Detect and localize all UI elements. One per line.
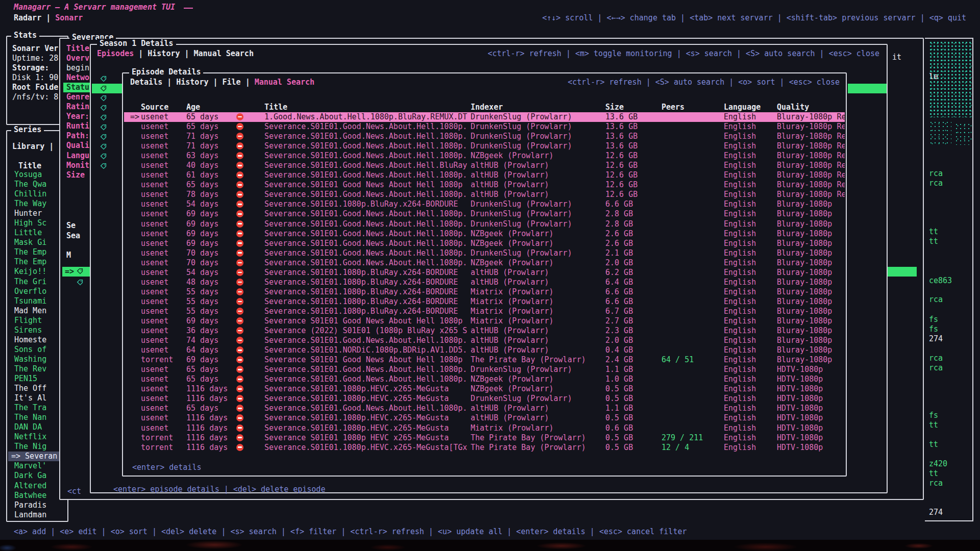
series-list-item[interactable]: Keijo!! [8, 267, 66, 277]
series-list-item[interactable]: Mask Gi [8, 238, 66, 247]
release-row[interactable]: usenet1116 daysSeverance.S01E01.1080p.HE… [124, 413, 845, 423]
series-list-item[interactable]: The Rev [8, 364, 66, 374]
rejected-icon [236, 394, 264, 404]
release-row[interactable]: torrent1116 daysSeverance.S01E01.1080p.H… [124, 443, 845, 453]
episode-tab-history[interactable]: History [176, 78, 208, 87]
episode-monitor-toggle-icon[interactable] [92, 103, 122, 113]
cell-quality: Bluray-1080p Re [777, 170, 845, 180]
release-row[interactable]: usenet65 daysSeverance.S01E01.Good.News.… [124, 404, 845, 413]
release-row[interactable]: usenet74 daysSeverance.S01E01.Good.News.… [124, 336, 845, 345]
cell-size: 13.6 GB [605, 141, 662, 151]
release-row[interactable]: usenet48 daysSeverance.S01E01.1080p.BluR… [124, 278, 845, 287]
series-list-item[interactable]: Hunter [8, 209, 66, 218]
series-list-item[interactable]: Homeste [8, 335, 66, 345]
episode-monitor-toggle-icon[interactable] [92, 161, 122, 171]
release-row[interactable]: usenet63 daysSeverance.S01E01.Good.News.… [124, 151, 845, 161]
series-list-item[interactable]: PEN15 [8, 374, 66, 384]
release-row[interactable]: usenet78 daysSeverance.S01E01.Good.News.… [124, 190, 845, 199]
episode-monitor-toggle-icon[interactable] [92, 93, 122, 103]
release-row[interactable]: usenet65 daysSeverance.S01E01.Good.News.… [124, 365, 845, 374]
release-row[interactable]: usenet1116 daysSeverance.S01E01.1080p.HE… [124, 423, 845, 433]
series-list-item[interactable]: Dark Ga [8, 471, 66, 481]
rejected-icon [236, 336, 264, 345]
series-list-item[interactable]: The Nig [8, 442, 66, 452]
series-list-item[interactable]: => Severan [8, 452, 66, 461]
cell-age: 1116 days [186, 443, 236, 453]
episode-monitor-toggle-icon[interactable] [92, 122, 122, 132]
series-list-item[interactable]: DAN DA [8, 422, 66, 432]
series-list-item[interactable]: Yosuga [8, 170, 66, 180]
series-list-item[interactable]: High Sc [8, 218, 66, 228]
release-row[interactable]: usenet55 daysSeverance.S01E01.1080p.BluR… [124, 287, 845, 297]
release-row[interactable]: usenet54 daysSeverance.S01E01.1080p.BluR… [124, 199, 845, 209]
seasons-tabs-fragment[interactable]: Sea [66, 231, 80, 241]
episode-tab-details[interactable]: Details [130, 78, 162, 87]
series-list-item[interactable]: Washing [8, 355, 66, 364]
release-row[interactable]: usenet71 daysSeverance.S01E01.Good.News.… [124, 141, 845, 151]
release-row[interactable]: usenet69 daysSeverance S01E01 Good News … [124, 316, 845, 326]
episode-tab-manual-search[interactable]: Manual Search [255, 78, 314, 87]
series-list-item[interactable]: The Off [8, 384, 66, 393]
release-row[interactable]: usenet70 daysSeverance.S01E01.Good.News.… [124, 258, 845, 268]
series-list-item[interactable]: Tsunami [8, 296, 66, 306]
episode-monitor-toggle-icon[interactable] [92, 84, 122, 93]
episode-monitor-toggle-icon[interactable] [92, 74, 122, 84]
release-row[interactable]: usenet70 daysSeverance.S01E01.Good.News.… [124, 248, 845, 258]
release-row[interactable]: usenet55 daysSeverance.S01E01.1080p.BluR… [124, 307, 845, 316]
release-row[interactable]: torrent69 daysSeverance S01E01 Good News… [124, 355, 845, 365]
series-tabs-fragment[interactable]: Library | [12, 142, 54, 152]
series-list-item[interactable]: Flight [8, 316, 66, 325]
episode-monitor-toggle-icon[interactable] [92, 152, 122, 161]
release-row[interactable]: usenet64 daysSeverance.S01E01.NORDiC.108… [124, 345, 845, 355]
cell-language: English [724, 248, 777, 258]
episode-monitor-toggle-icon[interactable] [92, 142, 122, 152]
release-row[interactable]: usenet71 daysSeverance.S01E01.Good.News.… [124, 132, 845, 141]
release-row[interactable]: usenet40 daysSeverance.S01E01.Good.News.… [124, 161, 845, 170]
release-row[interactable]: usenet69 daysSeverance.S01E01.Good.News.… [124, 229, 845, 239]
episode-monitor-toggle-icon[interactable] [92, 132, 122, 142]
series-list-item[interactable]: The Gri [8, 277, 66, 287]
release-row[interactable]: usenet61 daysSeverance.S01E01.Good.News.… [124, 170, 845, 180]
series-list-item[interactable]: The Emp [8, 257, 66, 267]
series-list-item[interactable]: Landman [8, 510, 66, 520]
release-row[interactable]: torrent1116 daysSeverance S01E01 1080p H… [124, 433, 845, 443]
release-row[interactable]: usenet69 daysSeverance.S01E01.Good.News.… [124, 209, 845, 219]
series-list-item[interactable]: Marvel' [8, 461, 66, 471]
series-list-item[interactable]: The Qwa [8, 180, 66, 189]
servarr-tab-radarr[interactable]: Radarr [14, 13, 41, 23]
series-list-item[interactable]: The Tra [8, 403, 66, 413]
release-row[interactable]: usenet1116 daysSeverance.S01E01.1080p.HE… [124, 394, 845, 404]
episode-tab-file[interactable]: File [223, 78, 241, 87]
season-tab-history[interactable]: History [148, 49, 180, 59]
release-row[interactable]: usenet65 daysSeverance.S01E01.Good.News.… [124, 122, 845, 132]
series-list-item[interactable]: Mad Men [8, 306, 66, 316]
series-list-item[interactable]: Netflix [8, 432, 66, 442]
series-list-item[interactable]: The Emp [8, 247, 66, 257]
series-list-item[interactable]: Little [8, 228, 66, 238]
series-list-item[interactable]: It's Al [8, 393, 66, 403]
series-list-item[interactable]: Chillin [8, 189, 66, 199]
series-list-item[interactable]: The Way [8, 199, 66, 209]
release-row[interactable]: usenet65 daysSeverance.S01E01 Good News … [124, 180, 845, 190]
series-detail-field-label[interactable]: Statu [63, 83, 93, 92]
release-row[interactable]: usenet1116 daysSeverance.S01E01.1080p.HE… [124, 384, 845, 394]
series-list-item[interactable]: Overflo [8, 287, 66, 296]
release-row[interactable]: usenet69 daysSeverance.S01E01.Good.News.… [124, 239, 845, 248]
series-list-item[interactable]: Sirens [8, 325, 66, 335]
servarr-tab-sonarr[interactable]: Sonarr [55, 13, 83, 23]
season-tab-manual-search[interactable]: Manual Search [194, 49, 254, 59]
release-row[interactable]: usenet69 daysSeverance.S01E01.Good.News.… [124, 219, 845, 229]
release-row[interactable]: =>usenet65 days1.Good.News.About.Hell.10… [124, 112, 845, 122]
release-row[interactable]: usenet36 daysSeverance (2022) S01E01 (10… [124, 326, 845, 336]
series-list-item[interactable]: Sons of [8, 345, 66, 355]
series-list-item[interactable]: Paradis [8, 500, 66, 510]
release-row[interactable]: usenet65 daysSeverance.S01E01.Good.News.… [124, 374, 845, 384]
series-list-item[interactable]: The Nan [8, 413, 66, 422]
series-list-item[interactable]: Altered [8, 481, 66, 491]
release-row[interactable]: usenet55 daysSeverance.S01E01.1080p.BluR… [124, 297, 845, 307]
release-row[interactable]: usenet54 daysSeverance.S01E01.1080p.BluR… [124, 268, 845, 278]
series-list-item[interactable]: Batwhee [8, 491, 66, 500]
season-tab-episodes[interactable]: Episodes [97, 49, 134, 59]
episode-monitor-toggle-icon[interactable] [92, 113, 122, 122]
selected-season-row[interactable]: => [62, 267, 92, 277]
